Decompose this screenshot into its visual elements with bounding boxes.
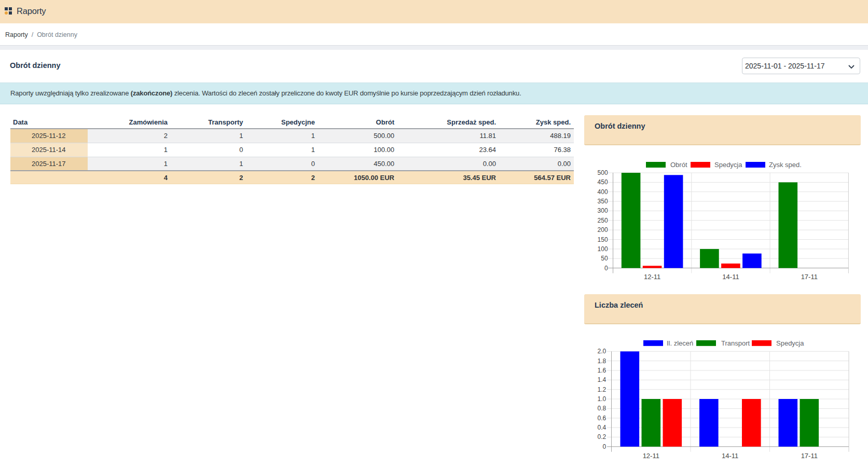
svg-text:Transport: Transport (721, 339, 750, 347)
svg-text:350: 350 (598, 198, 608, 205)
svg-text:400: 400 (598, 188, 608, 196)
svg-text:200: 200 (598, 226, 608, 233)
svg-text:1.8: 1.8 (598, 357, 607, 365)
svg-text:300: 300 (598, 207, 608, 214)
svg-text:12-11: 12-11 (644, 273, 660, 281)
svg-text:2.0: 2.0 (598, 348, 607, 355)
svg-text:Obrót: Obrót (670, 161, 687, 169)
svg-text:1.2: 1.2 (598, 386, 607, 393)
svg-text:14-11: 14-11 (722, 273, 739, 281)
svg-text:50: 50 (601, 255, 608, 262)
svg-text:Zysk sped.: Zysk sped. (769, 161, 802, 169)
svg-text:0: 0 (603, 443, 607, 450)
svg-text:Spedycja: Spedycja (714, 161, 742, 169)
svg-text:1.4: 1.4 (598, 376, 607, 383)
svg-text:0: 0 (604, 265, 608, 272)
svg-text:500: 500 (598, 169, 608, 176)
svg-text:0.2: 0.2 (598, 433, 607, 441)
svg-text:1.0: 1.0 (598, 395, 607, 403)
svg-text:Spedycja: Spedycja (776, 339, 804, 347)
svg-text:100: 100 (598, 245, 608, 253)
svg-text:14-11: 14-11 (722, 452, 738, 460)
svg-text:12-11: 12-11 (643, 452, 659, 460)
svg-text:17-11: 17-11 (801, 273, 818, 281)
svg-text:0.4: 0.4 (598, 424, 607, 431)
svg-text:0.8: 0.8 (598, 405, 607, 412)
svg-text:1.6: 1.6 (598, 367, 607, 374)
svg-text:17-11: 17-11 (801, 452, 818, 460)
svg-text:Il. zleceń: Il. zleceń (667, 339, 693, 347)
svg-text:450: 450 (598, 178, 608, 186)
svg-text:0.6: 0.6 (598, 415, 607, 422)
svg-text:150: 150 (598, 236, 608, 243)
svg-text:250: 250 (598, 217, 608, 224)
